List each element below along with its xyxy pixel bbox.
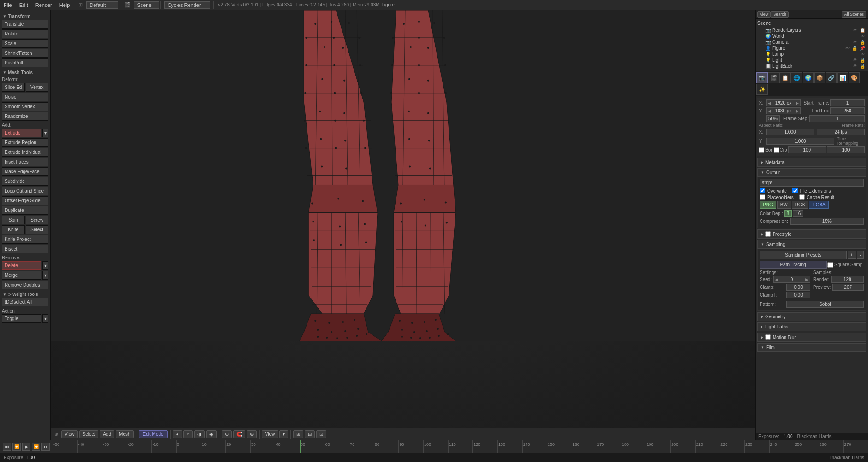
sampling-presets-btn[interactable]: Sampling Presets [760, 251, 847, 259]
ay-field[interactable]: 1.000 [766, 138, 834, 145]
seed-field[interactable]: ◀ 0 ▶ [773, 276, 810, 283]
duplicate-btn[interactable]: Duplicate [2, 206, 48, 215]
preview-field[interactable]: 207 [832, 284, 864, 291]
menu-file[interactable]: File [0, 1, 16, 9]
output-header[interactable]: ▼ Output [757, 168, 866, 177]
edit-mode-btn[interactable]: Edit Mode [139, 430, 168, 438]
pushpull-btn[interactable]: PushPull [2, 58, 48, 67]
camera-vis1[interactable]: 👁 [853, 40, 857, 45]
play-btn[interactable]: ▶ [22, 443, 30, 451]
render-tab-constraints[interactable]: 🔗 [826, 72, 837, 83]
viewport-extras-2[interactable]: ⊟ [305, 430, 315, 438]
freestyle-checkbox[interactable] [765, 231, 771, 237]
knife-btn[interactable]: Knife [2, 225, 25, 234]
deselect-all-btn[interactable]: (De)select All [2, 298, 48, 306]
workspace-selector[interactable] [86, 1, 118, 9]
make-edge-face-btn[interactable]: Make Edge/Face [2, 167, 48, 176]
knife-project-btn[interactable]: Knife Project [2, 235, 48, 244]
viewport[interactable]: ⊕ View Select Add Mesh Edit Mode ● ○ ◑ ◉… [51, 10, 755, 440]
x-minus[interactable]: ◀ [767, 101, 773, 105]
select-menu-btn[interactable]: Select [79, 430, 99, 438]
seed-minus[interactable]: ◀ [774, 277, 779, 282]
viewport-shading-mat[interactable]: ◑ [194, 430, 205, 438]
extrude-dropdown[interactable]: ▾ [42, 129, 48, 137]
renderlayers-vis2[interactable]: 📋 [860, 28, 865, 33]
overwrite-checkbox[interactable] [760, 188, 765, 193]
pivot-point-btn[interactable]: ⊙ [222, 430, 232, 438]
slide-ed-btn[interactable]: Slide Ed [2, 83, 25, 92]
bisect-btn[interactable]: Bisect [2, 245, 48, 253]
viewport-extras-1[interactable]: ⊞ [293, 430, 303, 438]
cd-8-btn[interactable]: 8 [784, 210, 792, 217]
cd-16-btn[interactable]: 16 [793, 210, 803, 217]
add-menu-btn[interactable]: Add [100, 430, 114, 438]
select-btn[interactable]: Select [26, 225, 49, 234]
placeholders-checkbox[interactable] [760, 194, 765, 200]
light-paths-header[interactable]: ▶ Light Paths [757, 322, 866, 331]
geometry-header[interactable]: ▶ Geometry [757, 312, 866, 321]
metadata-header[interactable]: ▶ Metadata [757, 158, 866, 167]
x-plus[interactable]: ▶ [794, 101, 800, 105]
extrude-region-btn[interactable]: Extrude Region [2, 138, 48, 147]
end-frame-field[interactable]: 250 [830, 107, 865, 114]
outliner-lamp[interactable]: 💡 Lamp 👁 [757, 51, 866, 57]
loop-cut-btn[interactable]: Loop Cut and Slide [2, 187, 48, 195]
outliner-figure[interactable]: 👤 Figure 👁 🔒 📌 [757, 45, 866, 51]
rotate-btn[interactable]: Rotate [2, 29, 48, 38]
randomize-btn[interactable]: Randomize [2, 112, 48, 121]
lightback-vis1[interactable]: 👁 [853, 64, 857, 69]
merge-btn[interactable]: Merge [2, 271, 41, 280]
figure-vis3[interactable]: 📌 [860, 46, 865, 51]
crop-checkbox[interactable] [774, 147, 779, 153]
viewport-shading-wire[interactable]: ○ [183, 430, 193, 438]
delete-dropdown[interactable]: ▾ [42, 261, 48, 270]
render-tab-world[interactable]: 🌍 [803, 72, 814, 83]
next-frame-btn[interactable]: ⏩ [32, 443, 40, 451]
viewport-shading-solid[interactable]: ● [173, 430, 182, 438]
ax-field[interactable]: 1.000 [766, 129, 814, 135]
mesh-menu-btn[interactable]: Mesh [116, 430, 133, 438]
motion-blur-checkbox[interactable] [765, 334, 771, 340]
outliner-world[interactable]: 🌍 World 👁 [757, 33, 866, 39]
outliner-camera[interactable]: 📷 Camera 👁 🔒 [757, 39, 866, 45]
y-plus[interactable]: ▶ [794, 109, 800, 113]
menu-help[interactable]: Help [56, 1, 74, 9]
viewport-extras-3[interactable]: ⊡ [316, 430, 326, 438]
extrude-btn[interactable]: Extrude [2, 129, 41, 137]
output-path-field[interactable] [760, 179, 864, 187]
menu-edit[interactable]: Edit [16, 1, 32, 9]
square-samp-checkbox[interactable] [827, 262, 833, 268]
bw-btn[interactable]: BW [777, 201, 791, 209]
shrink-flatten-btn[interactable]: Shrink/Fatten [2, 49, 48, 58]
sampling-presets-remove[interactable]: - [857, 251, 864, 259]
start-frame-field[interactable]: 1 [830, 99, 865, 106]
toggle-btn[interactable]: Toggle [2, 314, 41, 323]
render-tab-object[interactable]: 📦 [814, 72, 825, 83]
lightback-vis2[interactable]: 🔒 [860, 64, 865, 69]
sampling-header[interactable]: ▼ Sampling [757, 240, 866, 249]
figure-vis1[interactable]: 👁 [845, 46, 850, 51]
translate-btn[interactable]: Translate [2, 20, 48, 29]
extrude-individual-btn[interactable]: Extrude Individual [2, 148, 48, 157]
render-tab-scene[interactable]: 🌐 [791, 72, 802, 83]
merge-dropdown[interactable]: ▾ [42, 271, 48, 280]
freestyle-header[interactable]: ▶ Freestyle [757, 229, 866, 239]
border-checkbox[interactable] [759, 147, 764, 153]
delete-btn[interactable]: Delete [2, 261, 41, 270]
rgb-btn[interactable]: RGB [792, 201, 809, 209]
x-value-field[interactable]: ◀ 1920 px ▶ [766, 99, 801, 106]
spin-btn[interactable]: Spin [2, 216, 25, 224]
smooth-vertex-btn[interactable]: Smooth Vertex [2, 102, 48, 111]
outliner-all-scenes-btn[interactable]: All Scenes [842, 11, 866, 18]
jump-start-btn[interactable]: ⏮ [3, 443, 11, 451]
jump-end-btn[interactable]: ⏭ [41, 443, 50, 451]
bor-val-field[interactable]: 100 [788, 146, 826, 153]
noise-btn[interactable]: Noise [2, 93, 48, 101]
snap-btn[interactable]: 🧲 [233, 430, 245, 438]
outliner-search-btn[interactable]: Search [771, 11, 789, 18]
render-field[interactable]: 128 [831, 276, 864, 283]
view-menu-btn[interactable]: View [61, 430, 78, 438]
render-tab-data[interactable]: 📊 [837, 72, 848, 83]
scale-field[interactable]: 50% [766, 115, 780, 122]
path-tracing-btn[interactable]: Path Tracing [760, 261, 827, 269]
